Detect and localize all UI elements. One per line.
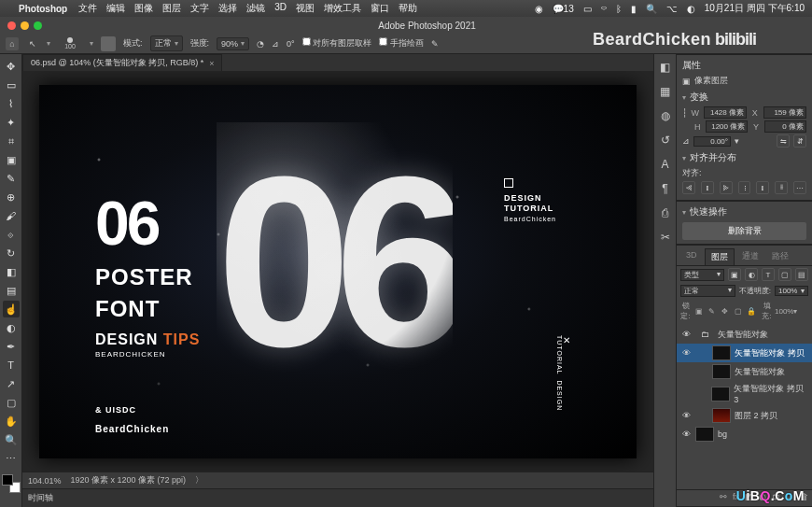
blend-mode-dropdown[interactable]: 正常▾ [680,285,735,297]
healing-tool[interactable]: ⊕ [3,189,20,205]
layer-row[interactable]: 矢量智能对象 拷贝 3 [677,381,812,406]
mac-menu-item[interactable]: 帮助 [399,2,417,15]
app-name[interactable]: Photoshop [19,4,67,14]
link-layers-icon[interactable]: ⚯ [720,492,727,504]
gradient-tool[interactable]: ▤ [3,282,20,299]
document-canvas[interactable]: 06 06 POSTER FONT DESIGN TIPS BEARDCHICK… [39,85,637,458]
zoom-tool[interactable]: 🔍 [3,431,20,448]
angle-value[interactable]: 0° [287,39,295,49]
controlcenter-icon[interactable]: ⌥ [666,4,678,14]
mac-menu-item[interactable]: 编辑 [106,2,125,15]
status-display-icon[interactable]: ▭ [583,4,592,14]
eyedropper-tool[interactable]: ✎ [3,170,20,187]
visibility-icon[interactable]: 👁 [680,348,692,358]
align-right-button[interactable]: ⫸ [720,181,733,194]
caret-down-icon[interactable]: ▾ [682,93,686,102]
marquee-tool[interactable]: ▭ [3,77,20,93]
layer-thumbnail[interactable] [711,387,730,401]
filter-kind-dropdown[interactable]: 类型▾ [680,269,724,281]
libraries-panel-icon[interactable]: ⎙ [658,205,673,220]
hand-tool[interactable]: ✋ [3,413,20,430]
dodge-tool[interactable]: ◐ [3,319,20,336]
opacity-field[interactable]: 100%▾ [775,286,808,296]
layer-thumbnail[interactable] [695,427,714,442]
mac-menu-item[interactable]: 文字 [190,2,209,15]
lock-nest-icon[interactable]: ▢ [733,307,743,316]
layer-row[interactable]: 矢量智能对象 [677,362,812,381]
constrain-icon[interactable]: ┆ [682,108,687,118]
brush-picker[interactable]: 100 [58,35,82,52]
folder-icon[interactable]: 🗀 [695,327,714,342]
lock-all-icon[interactable]: 🔒 [746,307,756,316]
window-minimize-button[interactable] [21,21,29,30]
x-field[interactable]: 159 像素 [763,106,806,119]
layer-row[interactable]: 👁bg [677,425,812,444]
align-top-button[interactable]: ⫶ [738,181,751,194]
fill-field[interactable]: 100%▾ [775,307,808,316]
gradients-panel-icon[interactable]: ◍ [658,108,673,123]
finger-checkbox[interactable]: 手指绘画 [379,37,424,49]
history-panel-icon[interactable]: ↺ [658,133,673,148]
layer-thumbnail[interactable] [712,345,731,360]
fg-color-swatch[interactable] [2,474,13,486]
pen-tool[interactable]: ✒ [3,338,20,355]
char-panel-icon[interactable]: A [658,157,673,172]
frame-tool[interactable]: ▣ [3,151,20,168]
timeline-panel[interactable]: 时间轴 [22,488,653,507]
filter-shape-icon[interactable]: ▢ [778,268,791,281]
mac-menu-item[interactable]: 增效工具 [324,2,361,15]
filter-adjust-icon[interactable]: ◐ [745,268,758,281]
notif-badge[interactable]: 💬13 [553,4,574,14]
mac-menu-item[interactable]: 图层 [162,2,181,15]
flip-h-button[interactable]: ⇋ [777,134,790,148]
filter-smart-icon[interactable]: ▤ [795,268,808,281]
panel-tab[interactable]: 3D [680,248,703,265]
align-bottom-button[interactable]: ⫵ [775,181,788,194]
tab-close-icon[interactable]: × [209,59,214,68]
filter-pixel-icon[interactable]: ▣ [728,268,741,281]
status-chevron-icon[interactable]: 〉 [195,474,203,486]
lock-pixels-icon[interactable]: ✎ [707,307,717,316]
flip-v-button[interactable]: ⇵ [793,134,806,148]
mac-menu-item[interactable]: 视图 [296,2,315,15]
visibility-icon[interactable]: 👁 [680,330,692,339]
doc-info[interactable]: 1920 像素 x 1200 像素 (72 ppi) [71,474,187,486]
layer-thumbnail[interactable] [712,364,731,379]
window-zoom-button[interactable] [34,21,42,30]
filter-type-icon[interactable]: T [762,268,775,281]
align-left-button[interactable]: ⫷ [682,181,695,194]
panel-tab[interactable]: 路径 [766,248,794,265]
window-close-button[interactable] [7,21,16,30]
visibility-icon[interactable]: 👁 [680,430,692,439]
remove-bg-button[interactable]: 删除背景 [682,222,806,240]
panel-tab[interactable]: 通道 [736,248,764,265]
layer-row[interactable]: 👁图层 2 拷贝 [677,406,812,425]
brush-chevron-icon[interactable]: ▾ [90,39,93,48]
lock-trans-icon[interactable]: ▣ [693,307,704,316]
canvas-area[interactable]: 06 06 POSTER FONT DESIGN TIPS BEARDCHICK… [22,71,653,472]
quickselect-tool[interactable]: ✦ [3,114,20,131]
para-panel-icon[interactable]: ¶ [658,181,673,196]
align-vcenter-button[interactable]: ⫾ [756,181,769,194]
align-more-button[interactable]: ⋯ [793,181,806,194]
mac-menu-item[interactable]: 3D [274,2,287,15]
layer-thumbnail[interactable] [712,408,731,423]
lasso-tool[interactable]: ⌇ [3,95,20,112]
tool-preset-chevron-icon[interactable]: ▾ [47,39,50,48]
mac-menu-item[interactable]: 文件 [78,2,97,15]
wifi-icon[interactable]: ⌔ [601,4,607,14]
mac-menu-item[interactable]: 滤镜 [246,2,265,15]
adjust-panel-icon[interactable]: ✂ [658,230,673,245]
angle-field[interactable]: 0.00° [693,136,731,147]
lock-pos-icon[interactable]: ✥ [720,307,730,316]
chevron-down-icon[interactable]: ▾ [735,136,739,146]
brush-tool[interactable]: 🖌 [3,207,20,224]
crop-tool[interactable]: ⌗ [3,133,20,149]
panel-tab[interactable]: 图层 [705,248,735,265]
layer-row[interactable]: 👁🗀矢量智能对象 [677,325,812,344]
type-tool[interactable]: T [3,357,20,373]
swatches-panel-icon[interactable]: ▦ [658,84,673,99]
shape-tool[interactable]: ▢ [3,394,20,411]
edit-toolbar[interactable]: ⋯ [3,450,20,467]
mac-menu-item[interactable]: 图像 [134,2,153,15]
